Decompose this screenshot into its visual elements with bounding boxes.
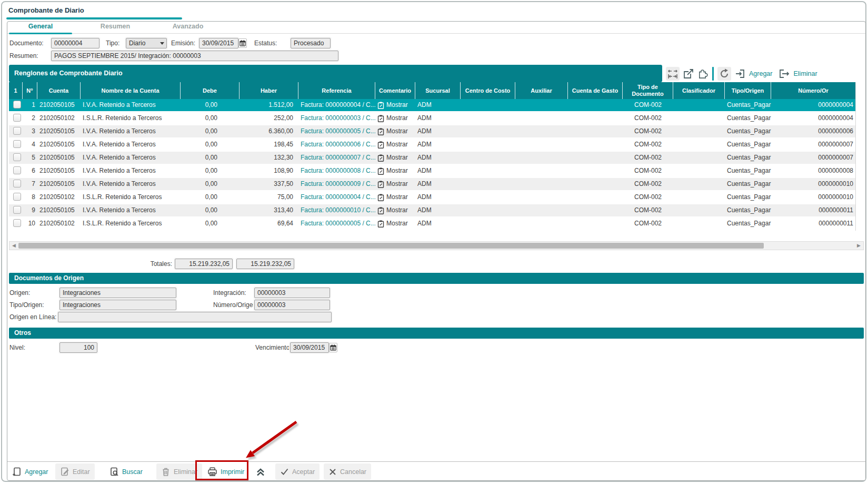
grid-column-header[interactable]: Sucursal <box>415 82 461 99</box>
grid-column-header-label: Auxiliar <box>531 87 552 94</box>
table-row[interactable]: 72102050105I.V.A. Retenido a Terceros0,0… <box>9 178 855 191</box>
grid-column-header[interactable]: 1 <box>9 82 23 99</box>
emision-field[interactable]: 30/09/2015 <box>199 38 238 48</box>
vencimiento-calendar-icon[interactable] <box>329 343 337 352</box>
tipo-origen-field[interactable]: Integraciones <box>59 300 176 310</box>
eliminar-button[interactable]: Eliminar <box>156 463 202 480</box>
vencimiento-label: Vencimiento: <box>255 342 292 353</box>
cell-nombre: I.V.A. Retenido a Terceros <box>81 165 181 177</box>
grid-delete-row-label[interactable]: Eliminar <box>793 70 817 77</box>
grid-column-header[interactable]: N° <box>23 82 37 99</box>
row-checkbox[interactable] <box>13 206 21 214</box>
grid-column-header[interactable]: Cuenta de Gasto <box>568 82 623 99</box>
grid-column-header-label: Tipo de Documento <box>623 84 673 97</box>
row-checkbox[interactable] <box>13 127 21 135</box>
table-row[interactable]: 22102050102I.S.L.R. Retenido a Terceros0… <box>9 112 855 125</box>
comentario-mostrar-link[interactable]: Mostrar <box>375 165 415 177</box>
window-frame: Comprobante de Diario General Resumen Av… <box>1 1 866 482</box>
comentario-mostrar-link[interactable]: Mostrar <box>375 204 415 216</box>
comentario-mostrar-link[interactable]: Mostrar <box>375 139 415 151</box>
cell-debe: 0,00 <box>181 218 240 230</box>
grid-add-row-label[interactable]: Agregar <box>749 70 772 77</box>
row-checkbox[interactable] <box>13 101 21 108</box>
grid-column-header-label: 1 <box>14 87 17 94</box>
grid-column-header[interactable]: Tipo de Documento <box>623 82 673 99</box>
row-checkbox[interactable] <box>13 166 21 174</box>
integracion-field[interactable]: 00000003 <box>254 288 330 298</box>
grid-column-header[interactable]: Nombre de la Cuenta <box>81 82 181 99</box>
cell-sel <box>9 112 23 124</box>
row-checkbox[interactable] <box>13 114 21 122</box>
table-row[interactable]: 52102050105I.V.A. Retenido a Terceros0,0… <box>9 152 855 165</box>
origen-linea-field[interactable] <box>58 312 332 322</box>
puzzle-icon[interactable] <box>697 68 709 79</box>
comentario-mostrar-link[interactable]: Mostrar <box>375 191 415 203</box>
vencimiento-field[interactable]: 30/09/2015 <box>290 342 329 353</box>
table-row[interactable]: 102102050102I.S.L.R. Retenido a Terceros… <box>9 218 855 231</box>
origen-label: Origen: <box>9 288 30 298</box>
collapse-toolbar-button[interactable] <box>254 463 267 480</box>
window-tab-underline <box>6 17 182 19</box>
comentario-mostrar-link[interactable]: Mostrar <box>375 218 415 230</box>
grid-column-header[interactable]: Referencia <box>298 82 375 99</box>
cell-nombre: I.S.L.R. Retenido a Terceros <box>81 112 181 124</box>
tipo-dropdown[interactable]: Diario <box>126 38 167 48</box>
main-panel: General Resumen Avanzado Documento: 0000… <box>7 21 866 481</box>
cancelar-button[interactable]: Cancelar <box>324 463 371 480</box>
comentario-mostrar-link[interactable]: Mostrar <box>375 112 415 124</box>
editar-button[interactable]: Editar <box>55 463 95 480</box>
row-checkbox[interactable] <box>13 140 21 148</box>
grid-column-header[interactable]: Número/Or <box>771 82 855 99</box>
row-checkbox[interactable] <box>13 193 21 201</box>
grid-column-header[interactable]: Cuenta <box>37 82 81 99</box>
table-row[interactable]: 62102050105I.V.A. Retenido a Terceros0,0… <box>9 165 855 178</box>
grid-horizontal-scrollbar[interactable]: ◀ ▶ <box>9 241 864 250</box>
table-row[interactable]: 92102050105I.V.A. Retenido a Terceros0,0… <box>9 204 855 218</box>
tab-general[interactable]: General <box>9 23 72 33</box>
table-row[interactable]: 42102050105I.V.A. Retenido a Terceros0,0… <box>9 139 855 152</box>
cell-tipo_documento: COM-002 <box>623 204 673 216</box>
grid-column-header[interactable]: Auxiliar <box>515 82 568 99</box>
table-row[interactable]: 82102050102I.S.L.R. Retenido a Terceros0… <box>9 191 855 204</box>
scroll-left-icon[interactable]: ◀ <box>10 242 18 249</box>
emision-calendar-icon[interactable] <box>238 38 247 48</box>
comentario-mostrar-link[interactable]: Mostrar <box>375 125 415 137</box>
grid-column-header[interactable]: Debe <box>181 82 240 99</box>
tab-avanzado[interactable]: Avanzado <box>159 23 217 33</box>
scroll-thumb[interactable] <box>18 243 764 249</box>
documento-field[interactable]: 00000004 <box>51 38 99 48</box>
grid-add-row-icon[interactable] <box>735 68 745 79</box>
comentario-mostrar-link[interactable]: Mostrar <box>375 178 415 190</box>
aceptar-button[interactable]: Aceptar <box>275 463 320 480</box>
resumen-field[interactable]: PAGOS SEPTIEMBRE 2015/ Integración: 0000… <box>51 51 338 61</box>
table-row[interactable]: 12102050105I.V.A. Retenido a Terceros0,0… <box>9 99 855 112</box>
buscar-button[interactable]: Buscar <box>105 463 147 480</box>
grid-column-header[interactable]: Centro de Costo <box>461 82 515 99</box>
grid-column-header-label: N° <box>26 87 33 94</box>
comentario-mostrar-link[interactable]: Mostrar <box>375 152 415 164</box>
numero-origen-field[interactable]: 00000003 <box>254 300 330 310</box>
grid-delete-row-icon[interactable] <box>779 68 790 79</box>
grid-column-header[interactable]: Comentario <box>375 82 415 99</box>
agregar-button[interactable]: Agregar <box>7 463 53 480</box>
table-row[interactable]: 32102050105I.V.A. Retenido a Terceros0,0… <box>9 125 855 139</box>
tab-resumen[interactable]: Resumen <box>86 23 144 33</box>
refresh-icon[interactable] <box>717 67 731 81</box>
nivel-field[interactable]: 100 <box>59 342 97 353</box>
open-external-icon[interactable] <box>683 68 694 79</box>
scroll-right-icon[interactable]: ▶ <box>855 242 863 249</box>
grid-column-header[interactable]: Tipo/Origen <box>725 82 771 99</box>
grid-column-header[interactable]: Clasificador <box>673 82 725 99</box>
column-resize-icon[interactable] <box>666 67 680 81</box>
cell-haber: 1.512,00 <box>240 99 298 111</box>
window-tab[interactable]: Comprobante de Diario <box>8 6 84 14</box>
comentario-mostrar-link[interactable]: Mostrar <box>375 99 415 111</box>
row-checkbox[interactable] <box>13 219 21 227</box>
grid-column-header[interactable]: Haber <box>240 82 298 99</box>
imprimir-button[interactable]: Imprimir <box>203 463 249 480</box>
cell-centro_costo <box>461 191 515 203</box>
row-checkbox[interactable] <box>13 180 21 187</box>
grid-vertical-scroll-strip[interactable] <box>855 82 864 231</box>
origen-field[interactable]: Integraciones <box>59 288 176 298</box>
row-checkbox[interactable] <box>13 153 21 161</box>
